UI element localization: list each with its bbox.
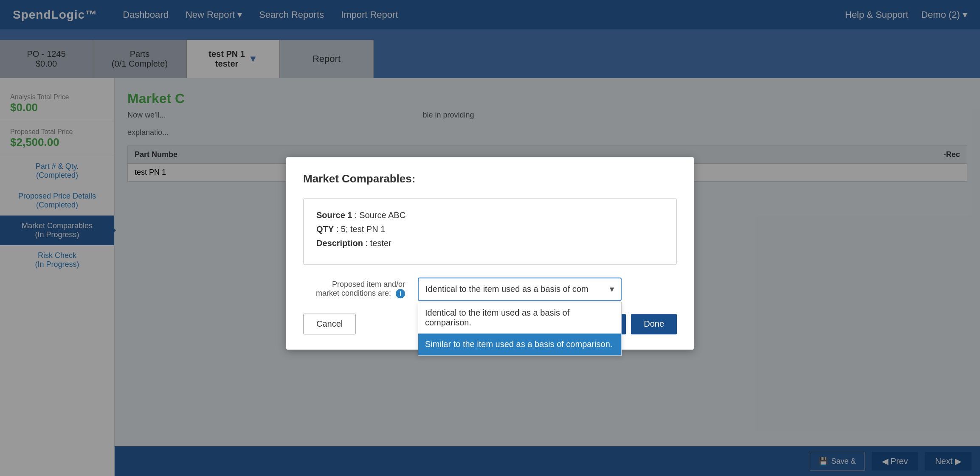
source-label: Source 1 [316, 210, 352, 220]
dropdown-list: Identical to the item used as a basis of… [418, 302, 622, 356]
source-row: Source 1 : Source ABC [316, 210, 664, 220]
modal: Market Comparables: Source 1 : Source AB… [286, 157, 694, 350]
modal-title: Market Comparables: [303, 172, 677, 185]
info-icon[interactable]: i [396, 289, 405, 298]
form-row: Proposed item and/ormarket conditions ar… [303, 277, 677, 301]
select-wrapper: Identical to the item used as a basis of… [418, 277, 622, 301]
qty-label: QTY [316, 224, 334, 234]
desc-label: Description [316, 238, 363, 248]
info-box: Source 1 : Source ABC QTY : 5; test PN 1… [303, 198, 677, 265]
select-box[interactable]: Identical to the item used as a basis of… [418, 277, 622, 301]
source-value: : Source ABC [355, 210, 406, 220]
desc-row: Description : tester [316, 238, 664, 248]
dropdown-option-similar[interactable]: Similar to the item used as a basis of c… [418, 333, 621, 355]
done-button[interactable]: Done [631, 314, 677, 334]
desc-value: : tester [366, 238, 391, 248]
dropdown-option-identical[interactable]: Identical to the item used as a basis of… [418, 302, 621, 333]
qty-row: QTY : 5; test PN 1 [316, 224, 664, 234]
form-label: Proposed item and/ormarket conditions ar… [303, 280, 405, 298]
cancel-button[interactable]: Cancel [303, 314, 356, 334]
qty-value: : 5; test PN 1 [336, 224, 386, 234]
